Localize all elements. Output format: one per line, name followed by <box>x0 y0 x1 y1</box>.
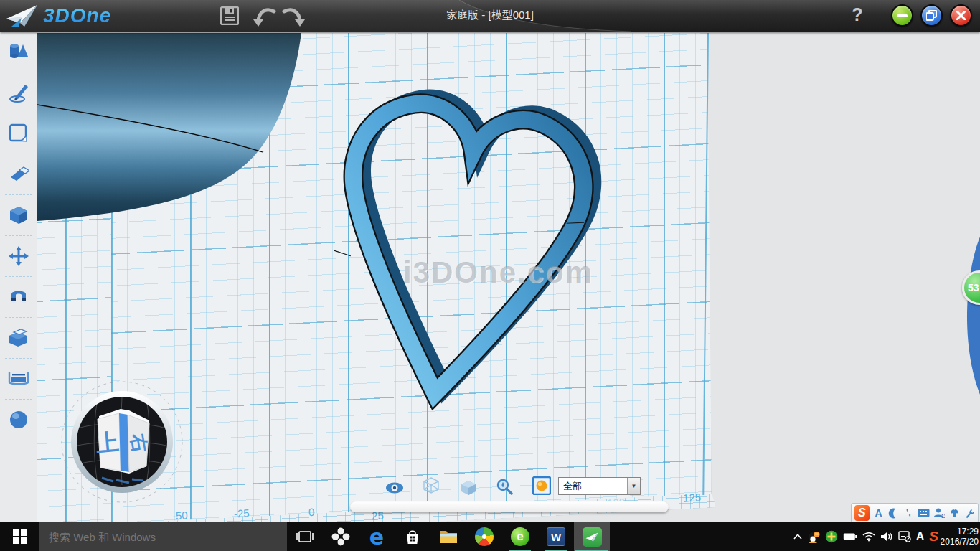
volume-icon[interactable] <box>880 529 893 545</box>
tray-expand-chevron-icon[interactable] <box>793 529 802 545</box>
soft-keyboard-icon[interactable] <box>918 506 930 520</box>
render-display-icon[interactable] <box>532 476 551 495</box>
axis-label: -25 <box>234 507 250 519</box>
axis-label: 0 <box>308 506 315 518</box>
titlebar: 3DOne 家庭版 - [模型001] ? <box>0 0 980 32</box>
sketch-edit-icon[interactable] <box>0 113 37 154</box>
curved-surface-model[interactable] <box>37 32 310 261</box>
undo-icon[interactable] <box>253 5 277 27</box>
material-sphere-icon[interactable] <box>0 400 37 440</box>
sogou-tray-icon[interactable]: S <box>929 529 938 545</box>
tool-sidebar <box>0 32 37 522</box>
viewcube-right-label: 右 <box>127 431 151 454</box>
pinwheel-app-icon[interactable] <box>323 522 359 551</box>
input-letter-icon[interactable]: A <box>916 529 925 545</box>
taskbar-search[interactable] <box>39 522 287 551</box>
battery-icon[interactable] <box>843 529 857 545</box>
assembly-icon[interactable] <box>0 318 37 358</box>
zoom-search-icon[interactable] <box>495 477 514 496</box>
help-button[interactable]: ? <box>847 4 868 26</box>
search-input[interactable] <box>39 522 287 551</box>
feature-cube-icon[interactable] <box>0 195 37 235</box>
edge-browser-icon[interactable]: e <box>359 522 395 551</box>
chevron-down-icon[interactable]: ▼ <box>627 478 640 494</box>
half-moon-icon[interactable] <box>887 506 899 520</box>
settings-wrench-icon[interactable] <box>963 506 975 520</box>
redo-icon[interactable] <box>281 5 306 27</box>
taskbar-clock[interactable]: 17:29 2016/7/20 <box>938 522 979 551</box>
360-browser-icon[interactable] <box>466 522 502 551</box>
filter-value: 全部 <box>559 480 627 493</box>
horizontal-scrollbar[interactable] <box>350 501 669 512</box>
axis-label: -50 <box>172 509 189 522</box>
antivirus-green-icon[interactable] <box>825 529 838 545</box>
sogou-logo-icon[interactable]: S <box>854 505 870 521</box>
visibility-eye-icon[interactable] <box>385 479 404 497</box>
punctuation-icon[interactable]: ’, <box>903 506 914 520</box>
close-button[interactable] <box>950 4 972 27</box>
primitive-solids-icon[interactable] <box>0 32 37 72</box>
paper-plane-icon <box>6 3 39 29</box>
svg-text:11: 11 <box>941 514 945 519</box>
watermark: i3DOne.com <box>403 255 593 290</box>
action-center-icon[interactable] <box>898 529 911 545</box>
view-cube[interactable]: 上 右 <box>57 377 187 507</box>
save-icon[interactable] <box>217 5 242 27</box>
task-view-button[interactable] <box>287 522 323 551</box>
minimize-button[interactable] <box>891 4 913 27</box>
wifi-icon[interactable] <box>862 529 875 545</box>
restore-button[interactable] <box>920 4 943 27</box>
clock-date: 2016/7/20 <box>941 537 979 547</box>
green-e-browser-icon[interactable]: e <box>502 522 538 551</box>
eraser-icon[interactable] <box>0 154 37 194</box>
brand-name: 3DOne <box>43 4 111 27</box>
windows-store-icon[interactable] <box>395 522 430 551</box>
skin-shirt-icon[interactable] <box>948 506 960 520</box>
canvas-viewport[interactable]: i3DOne.com -50 -25 0 25 75 100 125 上 右 <box>0 32 980 522</box>
clock-time: 17:29 <box>957 527 979 537</box>
3done-app-icon[interactable] <box>574 522 610 551</box>
badge-count: 53 <box>968 282 979 293</box>
measure-icon[interactable] <box>0 359 37 399</box>
axis-label: 125 <box>683 491 702 504</box>
qq-penguin-icon[interactable] <box>807 529 820 545</box>
word-icon[interactable]: W <box>538 522 574 551</box>
account-person-icon[interactable]: 11 <box>933 506 945 520</box>
start-button[interactable] <box>0 522 39 551</box>
wireframe-view-icon[interactable] <box>422 476 440 495</box>
window-title: 家庭版 - [模型001] <box>446 9 534 22</box>
shaded-view-icon[interactable] <box>459 479 478 497</box>
display-filter-dropdown[interactable]: 全部 ▼ <box>558 477 641 495</box>
system-tray: A S <box>793 522 938 551</box>
community-pull-tab[interactable] <box>960 215 980 416</box>
viewcube-left-label: 上 <box>95 429 120 457</box>
move-icon[interactable] <box>0 236 37 276</box>
sketch-draw-icon[interactable] <box>0 72 37 113</box>
english-mode-icon[interactable]: A <box>873 506 885 520</box>
file-explorer-icon[interactable] <box>430 522 466 551</box>
heart-model[interactable] <box>316 85 610 415</box>
ime-toolbar: S A ’, 11 <box>851 503 979 523</box>
magnet-constraint-icon[interactable] <box>0 277 37 317</box>
app-logo: 3DOne <box>6 3 111 29</box>
